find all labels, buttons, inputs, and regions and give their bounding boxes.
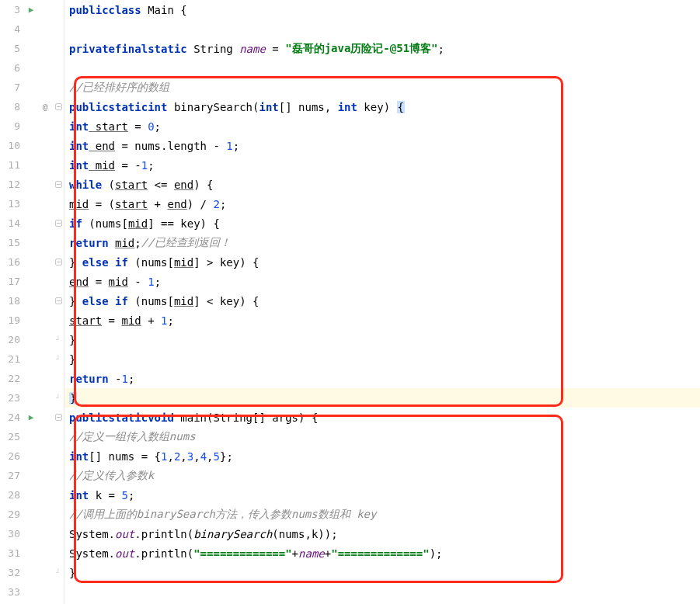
- gutter-row: 16: [0, 252, 64, 272]
- code-line[interactable]: [64, 19, 700, 39]
- code-line[interactable]: //定义一组传入数组nums: [64, 427, 700, 446]
- code-line[interactable]: //定义传入参数k: [64, 466, 700, 485]
- code-line[interactable]: public class Main {: [64, 0, 700, 19]
- line-number[interactable]: 4: [0, 23, 25, 35]
- code-line[interactable]: int mid = -1;: [64, 155, 700, 175]
- line-number[interactable]: 23: [0, 392, 25, 404]
- code-line[interactable]: while (start <= end) {: [64, 175, 700, 194]
- run-gutter-col[interactable]: ▶: [25, 5, 37, 15]
- gutter-row: 25: [0, 427, 64, 446]
- gutter-row: 9: [0, 116, 64, 136]
- gutter-row: 21┘: [0, 349, 64, 369]
- code-line[interactable]: //已经排好序的数组: [64, 78, 700, 97]
- fold-col[interactable]: [53, 414, 64, 421]
- line-number[interactable]: 25: [0, 431, 25, 443]
- code-line[interactable]: } else if (nums[mid] > key) {: [64, 252, 700, 272]
- line-number[interactable]: 26: [0, 450, 25, 462]
- line-number[interactable]: 8: [0, 101, 25, 113]
- code-line-current[interactable]: }: [64, 388, 700, 408]
- fold-col[interactable]: ┘: [53, 356, 64, 363]
- line-number[interactable]: 11: [0, 159, 25, 171]
- code-line[interactable]: int k = 5;: [64, 485, 700, 505]
- gutter-row: 4: [0, 19, 64, 39]
- code-line[interactable]: int start = 0;: [64, 116, 700, 136]
- line-number[interactable]: 3: [0, 4, 25, 16]
- line-number[interactable]: 21: [0, 353, 25, 365]
- line-number[interactable]: 27: [0, 470, 25, 481]
- code-line[interactable]: start = mid + 1;: [64, 311, 700, 330]
- fold-collapse-icon[interactable]: [55, 297, 62, 304]
- gutter-row: 15: [0, 233, 64, 252]
- code-area[interactable]: public class Main { private final static…: [64, 0, 700, 604]
- code-line[interactable]: } else if (nums[mid] < key) {: [64, 291, 700, 311]
- code-line[interactable]: [64, 58, 700, 78]
- code-line[interactable]: return -1;: [64, 369, 700, 388]
- line-number[interactable]: 13: [0, 198, 25, 210]
- line-number[interactable]: 14: [0, 217, 25, 229]
- annotation-col: @: [37, 102, 53, 112]
- code-line[interactable]: public static int binarySearch(int[] num…: [64, 97, 700, 116]
- gutter-row: 13: [0, 194, 64, 213]
- fold-col[interactable]: [53, 220, 64, 227]
- line-number[interactable]: 10: [0, 140, 25, 151]
- run-gutter-col[interactable]: ▶: [25, 412, 37, 422]
- fold-col[interactable]: [53, 181, 64, 188]
- fold-collapse-icon[interactable]: [55, 259, 62, 266]
- line-number[interactable]: 16: [0, 256, 25, 268]
- fold-collapse-icon[interactable]: [55, 414, 62, 421]
- fold-col[interactable]: [53, 259, 64, 266]
- line-number[interactable]: 18: [0, 295, 25, 307]
- code-line[interactable]: System.out.println(binarySearch(nums,k))…: [64, 524, 700, 543]
- fold-col[interactable]: ┘: [53, 394, 64, 402]
- code-line[interactable]: int[] nums = {1,2,3,4,5};: [64, 446, 700, 466]
- code-line[interactable]: //调用上面的binarySearch方法，传入参数nums数组和 key: [64, 505, 700, 524]
- line-number[interactable]: 7: [0, 82, 25, 93]
- line-number[interactable]: 30: [0, 528, 25, 540]
- line-number[interactable]: 17: [0, 276, 25, 287]
- line-number[interactable]: 33: [0, 586, 25, 598]
- fold-end-icon: ┘: [56, 394, 60, 402]
- code-line[interactable]: int end = nums.length - 1;: [64, 136, 700, 155]
- line-number[interactable]: 29: [0, 509, 25, 520]
- gutter-row: 22: [0, 369, 64, 388]
- line-number[interactable]: 15: [0, 237, 25, 248]
- run-icon[interactable]: ▶: [29, 5, 34, 15]
- line-number[interactable]: 6: [0, 62, 25, 74]
- run-icon[interactable]: ▶: [29, 412, 34, 422]
- line-number[interactable]: 5: [0, 43, 25, 54]
- code-line[interactable]: System.out.println("============="+name+…: [64, 543, 700, 563]
- gutter-row: 32┘: [0, 563, 64, 582]
- fold-col[interactable]: [53, 103, 64, 110]
- fold-col[interactable]: [53, 297, 64, 304]
- fold-collapse-icon[interactable]: [55, 181, 62, 188]
- line-number[interactable]: 19: [0, 314, 25, 326]
- code-line[interactable]: end = mid - 1;: [64, 272, 700, 291]
- code-line[interactable]: }: [64, 563, 700, 582]
- gutter-row: 18: [0, 291, 64, 311]
- fold-end-icon: ┘: [56, 336, 60, 344]
- line-number[interactable]: 32: [0, 567, 25, 578]
- line-number[interactable]: 22: [0, 373, 25, 384]
- gutter-row: 5: [0, 39, 64, 58]
- code-line[interactable]: }: [64, 349, 700, 369]
- code-line[interactable]: mid = (start + end) / 2;: [64, 194, 700, 213]
- code-line[interactable]: [64, 582, 700, 602]
- gutter-row: 14: [0, 213, 64, 233]
- fold-col[interactable]: ┘: [53, 569, 64, 577]
- fold-col[interactable]: ┘: [53, 336, 64, 344]
- line-number[interactable]: 28: [0, 489, 25, 501]
- line-number[interactable]: 9: [0, 120, 25, 132]
- fold-collapse-icon[interactable]: [55, 220, 62, 227]
- line-number[interactable]: 20: [0, 334, 25, 345]
- code-editor: 3▶45678@91011121314151617181920┘21┘2223┘…: [0, 0, 700, 604]
- line-number[interactable]: 24: [0, 411, 25, 423]
- line-number[interactable]: 31: [0, 547, 25, 559]
- code-line[interactable]: }: [64, 330, 700, 349]
- code-line[interactable]: private final static String name = "磊哥的j…: [64, 39, 700, 58]
- fold-collapse-icon[interactable]: [55, 103, 62, 110]
- code-line[interactable]: public static void main(String[] args) {: [64, 408, 700, 427]
- line-number[interactable]: 12: [0, 179, 25, 190]
- code-line[interactable]: if (nums[mid] == key) {: [64, 213, 700, 233]
- gutter-row: 27: [0, 466, 64, 485]
- code-line[interactable]: return mid;//已经查到返回！: [64, 233, 700, 252]
